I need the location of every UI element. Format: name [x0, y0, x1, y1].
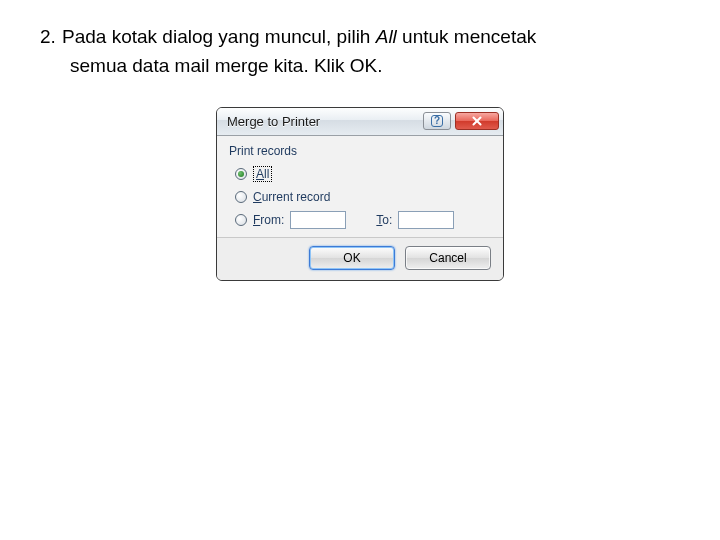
group-label: Print records — [229, 144, 491, 158]
close-button[interactable] — [455, 112, 499, 130]
ok-button[interactable]: OK — [309, 246, 395, 270]
instruction-line1-italic: All — [376, 26, 397, 47]
radio-all[interactable] — [235, 168, 247, 180]
option-current-label: Current record — [253, 190, 330, 204]
dialog-title: Merge to Printer — [227, 114, 423, 129]
radio-from[interactable] — [235, 214, 247, 226]
instruction-line1-post: untuk mencetak — [397, 26, 536, 47]
option-current-row[interactable]: Current record — [235, 187, 491, 207]
option-from-label: From: — [253, 213, 284, 227]
instruction-line1-pre: Pada kotak dialog yang muncul, pilih — [62, 26, 376, 47]
help-button[interactable]: ? — [423, 112, 451, 130]
option-to-label: To: — [376, 213, 392, 227]
dialog-footer: OK Cancel — [217, 237, 503, 280]
merge-to-printer-dialog: Merge to Printer ? Print records All — [216, 107, 504, 281]
list-number: 2. — [40, 22, 62, 51]
radio-current[interactable] — [235, 191, 247, 203]
titlebar[interactable]: Merge to Printer ? — [217, 108, 503, 136]
option-all-row[interactable]: All — [235, 164, 491, 184]
option-from-row[interactable]: From: To: — [235, 210, 491, 230]
dialog-body: Print records All Current record From: T… — [217, 136, 503, 237]
help-icon: ? — [431, 115, 443, 127]
to-input[interactable] — [398, 211, 454, 229]
close-icon — [470, 115, 484, 127]
option-all-label: All — [253, 166, 272, 182]
instruction-text: 2.Pada kotak dialog yang muncul, pilih A… — [40, 22, 680, 81]
instruction-line2: semua data mail merge kita. Klik OK. — [40, 51, 680, 80]
cancel-button[interactable]: Cancel — [405, 246, 491, 270]
from-input[interactable] — [290, 211, 346, 229]
